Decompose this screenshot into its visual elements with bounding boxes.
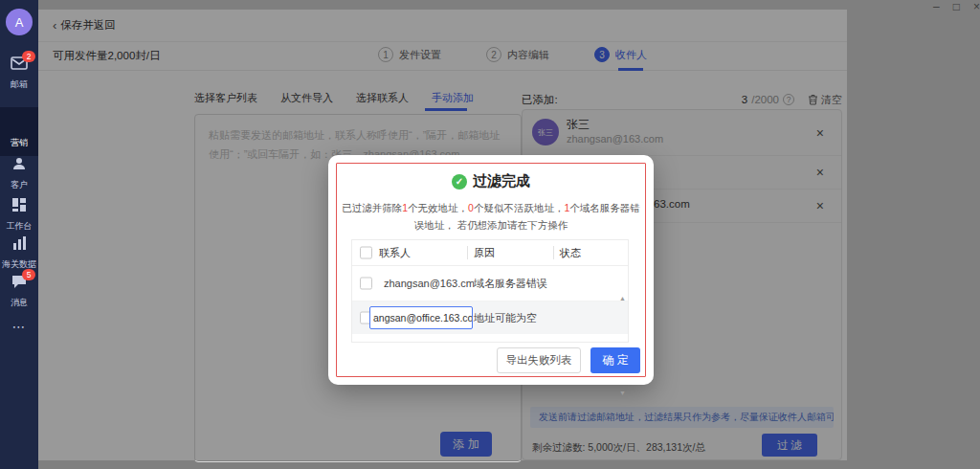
sidebar-item-label: 营销 [1, 137, 37, 148]
sidebar-item-more[interactable]: ⋯ [0, 318, 38, 335]
sidebar-item-marketing[interactable]: 营销 [0, 107, 38, 156]
export-failed-list-button[interactable]: 导出失败列表 [497, 347, 581, 373]
more-icon: ⋯ [12, 319, 27, 334]
scroll-up-icon[interactable]: ▲ [619, 295, 626, 302]
column-divider [553, 246, 554, 259]
confirm-button[interactable]: 确 定 [590, 347, 640, 373]
desc-text: 个无效地址， [408, 202, 468, 213]
sidebar-item-messages[interactable]: 5 消息 [0, 274, 38, 309]
scroll-down-icon[interactable]: ▼ [619, 390, 626, 396]
pie-chart-icon [11, 114, 28, 131]
sidebar-item-customers[interactable]: 客户 [0, 156, 38, 191]
table-header-row: 联系人 原因 状态 [352, 240, 628, 266]
desc-text: 已过滤并筛除 [342, 202, 402, 213]
select-all-checkbox[interactable] [360, 247, 372, 259]
window-controls: – □ × [900, 0, 980, 15]
messages-badge: 5 [22, 269, 35, 280]
table-row: zhangsan@163.cm 域名服务器错误 ▲ [352, 266, 628, 302]
failed-email-input-value: angsan@office.163.com [373, 312, 473, 324]
dialog-description: 已过滤并筛除1个无效地址，0个疑似不活跃地址，1个域名服务器错误地址， 若仍想添… [340, 199, 642, 234]
desc-text: 个疑似不活跃地址， [474, 202, 565, 213]
header-contact: 联系人 [379, 246, 411, 260]
header-status: 状态 [560, 246, 581, 260]
sidebar-item-label: 工作台 [1, 220, 37, 232]
sidebar: A 2 邮箱 营销 客户 工作台 [0, 0, 38, 469]
grid-icon [11, 197, 28, 214]
maximize-icon[interactable]: □ [953, 0, 960, 15]
row-checkbox[interactable] [360, 278, 372, 290]
failed-email: zhangsan@163.cm [384, 278, 475, 289]
fail-reason: 域名服务器错误 [474, 277, 547, 291]
filter-complete-dialog: ✓ 过滤完成 已过滤并筛除1个无效地址，0个疑似不活跃地址，1个域名服务器错误地… [328, 155, 654, 385]
dialog-buttons: 导出失败列表 确 定 [497, 347, 640, 373]
header-reason: 原因 [474, 246, 495, 260]
app-screenshot: – □ × A 2 邮箱 营销 客户 工作台 [0, 0, 980, 469]
close-icon[interactable]: × [973, 0, 980, 15]
dialog-title-row: ✓ 过滤完成 [328, 172, 654, 190]
column-divider [467, 246, 468, 259]
user-icon [11, 156, 28, 173]
avatar[interactable]: A [6, 9, 33, 35]
sidebar-item-customs-data[interactable]: 海关数据 [0, 235, 38, 271]
mail-badge: 2 [22, 51, 35, 62]
failed-email-input[interactable]: angsan@office.163.com [369, 306, 473, 329]
minimize-icon[interactable]: – [933, 0, 940, 15]
sidebar-item-workbench[interactable]: 工作台 [0, 197, 38, 233]
failed-addresses-table: 联系人 原因 状态 zhangsan@163.cm 域名服务器错误 ▲ angs… [351, 239, 629, 343]
sidebar-item-label: 消息 [1, 297, 37, 308]
sidebar-item-mail[interactable]: 2 邮箱 [0, 56, 38, 91]
chat-icon: 5 [11, 274, 28, 291]
mail-icon: 2 [11, 56, 28, 73]
dialog-title: 过滤完成 [473, 172, 530, 190]
fail-reason: 地址可能为空 [474, 311, 537, 325]
table-row: angsan@office.163.com 地址可能为空 ▼ [352, 302, 628, 334]
bar-chart-icon [11, 235, 28, 253]
sidebar-item-label: 邮箱 [1, 78, 37, 90]
sidebar-item-label: 客户 [1, 179, 37, 190]
success-check-icon: ✓ [452, 174, 467, 190]
